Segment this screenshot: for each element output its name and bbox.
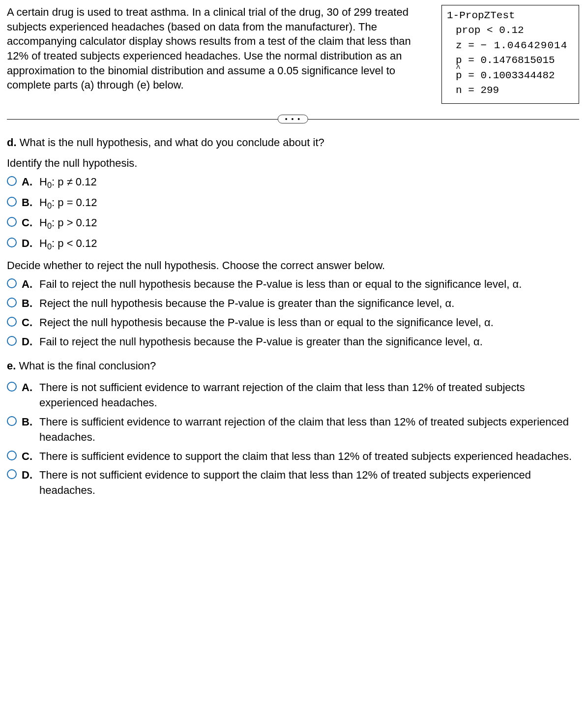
- option-e-b[interactable]: B. There is sufficient evidence to warra…: [7, 415, 579, 445]
- calc-phat-value: = 0.1003344482: [468, 70, 555, 81]
- section-divider: • • •: [7, 112, 579, 126]
- option-letter: B.: [22, 296, 34, 311]
- part-e: e. What is the final conclusion? A. Ther…: [7, 359, 579, 498]
- option-letter: D.: [22, 236, 34, 251]
- option-d-q2-d[interactable]: D. Fail to reject the null hypothesis be…: [7, 334, 579, 350]
- divider-pill[interactable]: • • •: [278, 115, 308, 123]
- radio-icon[interactable]: [7, 451, 17, 460]
- calc-p: p = 0.1476815015: [447, 53, 574, 68]
- option-text: H0: p = 0.12: [39, 195, 579, 212]
- part-d: d. What is the null hypothesis, and what…: [7, 135, 579, 350]
- radio-icon[interactable]: [7, 217, 17, 227]
- option-d-q2-a[interactable]: A. Fail to reject the null hypothesis be…: [7, 277, 579, 292]
- calc-z-value: − 1.046429014: [480, 40, 567, 51]
- option-text: There is sufficient evidence to warrant …: [39, 415, 579, 445]
- part-e-text: What is the final conclusion?: [16, 360, 156, 372]
- null-hypothesis-options: A. H0: p ≠ 0.12 B. H0: p = 0.12 C. H0: p…: [7, 175, 579, 252]
- radio-icon[interactable]: [7, 336, 17, 346]
- option-text: H0: p > 0.12: [39, 215, 579, 232]
- radio-icon[interactable]: [7, 176, 17, 186]
- final-conclusion-options: A. There is not sufficient evidence to w…: [7, 380, 579, 498]
- option-letter: A.: [22, 277, 34, 292]
- calculator-display: 1-PropZTest prop < 0.12 z = − 1.04642901…: [441, 5, 579, 104]
- option-letter: A.: [22, 380, 34, 395]
- radio-icon[interactable]: [7, 278, 17, 288]
- option-text: There is not sufficient evidence to supp…: [39, 468, 579, 498]
- option-d-q1-c[interactable]: C. H0: p > 0.12: [7, 215, 579, 232]
- part-d-text: What is the null hypothesis, and what do…: [17, 136, 324, 149]
- top-row: A certain drug is used to treat asthma. …: [7, 5, 579, 104]
- option-d-q2-b[interactable]: B. Reject the null hypothesis because th…: [7, 296, 579, 311]
- option-letter: B.: [22, 195, 34, 211]
- option-text: Fail to reject the null hypothesis becau…: [39, 277, 579, 292]
- option-letter: B.: [22, 415, 34, 430]
- part-d-letter: d.: [7, 136, 17, 149]
- option-letter: D.: [22, 334, 34, 350]
- option-letter: C.: [22, 315, 34, 331]
- part-e-letter: e.: [7, 360, 16, 372]
- radio-icon[interactable]: [7, 469, 17, 479]
- option-d-q1-a[interactable]: A. H0: p ≠ 0.12: [7, 175, 579, 191]
- radio-icon[interactable]: [7, 382, 17, 392]
- radio-icon[interactable]: [7, 238, 17, 247]
- calc-prop: prop < 0.12: [447, 23, 574, 38]
- option-d-q1-d[interactable]: D. H0: p < 0.12: [7, 236, 579, 252]
- option-e-c[interactable]: C. There is sufficient evidence to suppo…: [7, 449, 579, 464]
- option-letter: C.: [22, 449, 34, 464]
- option-text: H0: p < 0.12: [39, 236, 579, 252]
- problem-statement: A certain drug is used to treat asthma. …: [7, 5, 433, 92]
- identify-null-prompt: Identify the null hypothesis.: [7, 157, 579, 170]
- option-text: Reject the null hypothesis because the P…: [39, 296, 579, 311]
- radio-icon[interactable]: [7, 317, 17, 327]
- calc-n: n = 299: [447, 83, 574, 98]
- option-text: H0: p ≠ 0.12: [39, 175, 579, 191]
- option-e-a[interactable]: A. There is not sufficient evidence to w…: [7, 380, 579, 411]
- option-letter: D.: [22, 468, 34, 483]
- calc-phat: ^p = 0.1003344482: [447, 68, 574, 83]
- part-d-heading: d. What is the null hypothesis, and what…: [7, 135, 579, 151]
- option-text: Reject the null hypothesis because the P…: [39, 315, 579, 331]
- radio-icon[interactable]: [7, 416, 17, 426]
- option-d-q2-c[interactable]: C. Reject the null hypothesis because th…: [7, 315, 579, 331]
- radio-icon[interactable]: [7, 298, 17, 307]
- option-letter: A.: [22, 175, 34, 190]
- radio-icon[interactable]: [7, 197, 17, 207]
- option-text: Fail to reject the null hypothesis becau…: [39, 334, 579, 350]
- option-e-d[interactable]: D. There is not sufficient evidence to s…: [7, 468, 579, 498]
- calc-z-label: z =: [456, 40, 480, 51]
- option-letter: C.: [22, 215, 34, 231]
- calc-z: z = − 1.046429014: [447, 38, 574, 53]
- calc-title: 1-PropZTest: [447, 8, 574, 23]
- decide-reject-prompt: Decide whether to reject the null hypoth…: [7, 259, 579, 272]
- part-e-heading: e. What is the final conclusion?: [7, 359, 579, 374]
- reject-decision-options: A. Fail to reject the null hypothesis be…: [7, 277, 579, 349]
- option-text: There is not sufficient evidence to warr…: [39, 380, 579, 411]
- option-text: There is sufficient evidence to support …: [39, 449, 579, 464]
- option-d-q1-b[interactable]: B. H0: p = 0.12: [7, 195, 579, 212]
